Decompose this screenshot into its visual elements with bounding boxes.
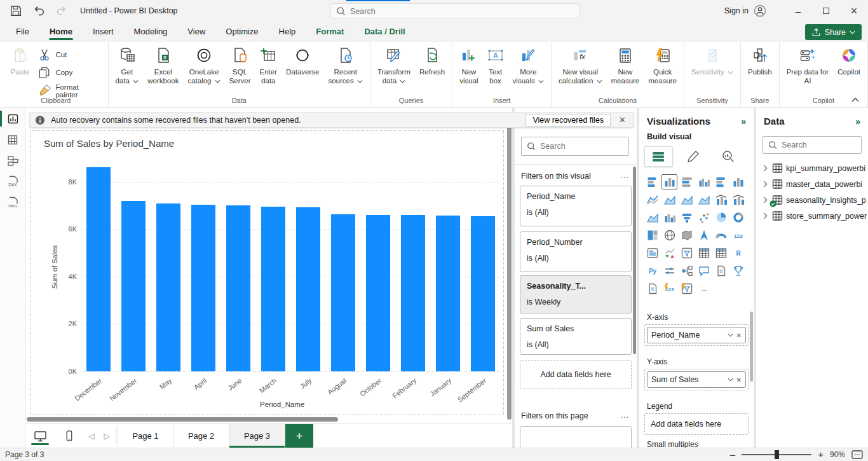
ribbon-text-box-button[interactable]: ATextbox <box>483 42 508 85</box>
filter-card-partial[interactable] <box>520 426 632 448</box>
share-button[interactable]: Share <box>805 24 862 40</box>
filter-card-period-number[interactable]: Period_Numberis (All) <box>520 231 632 272</box>
menu-item-optimize[interactable]: Optimize <box>222 22 261 42</box>
visual-type-funnel[interactable] <box>679 210 695 225</box>
visual-type-key-influencers[interactable] <box>661 263 677 279</box>
menu-item-help[interactable]: Help <box>276 22 299 42</box>
chart-bar-november[interactable] <box>121 201 146 371</box>
visual-type-scatter-chart[interactable] <box>696 210 712 225</box>
ribbon-excel-workbook-button[interactable]: XExcelworkbook <box>143 42 183 85</box>
visual-type-100-stacked-column-chart[interactable] <box>730 174 746 189</box>
expand-chevron-icon[interactable] <box>761 212 769 220</box>
search-input[interactable] <box>350 7 560 16</box>
ribbon-onelake-catalog-button[interactable]: OneLakecatalog <box>183 42 224 85</box>
maximize-button[interactable] <box>812 0 840 22</box>
visual-type-line-chart[interactable] <box>644 192 660 207</box>
next-page-button[interactable]: ▷ <box>99 424 114 448</box>
data-table-row-seasonality-insights-p-[interactable]: seasonality_insights_p... <box>760 192 867 208</box>
visual-type-slicer[interactable] <box>679 245 695 261</box>
ribbon-sql-server-button[interactable]: SQLServer <box>225 42 255 85</box>
ribbon-new-visual-button[interactable]: Newvisual <box>455 42 482 85</box>
visual-type-clustered-bar-chart[interactable] <box>679 174 695 189</box>
field-dropdown-icon[interactable] <box>728 378 733 382</box>
close-button[interactable]: × <box>840 0 868 22</box>
sidebar-item-report-view[interactable] <box>0 108 25 129</box>
visual-type-matrix[interactable] <box>713 245 729 261</box>
visual-type-stacked-column-chart[interactable] <box>661 174 677 189</box>
report-canvas[interactable]: Sum of Sales by Period_Name 0K2K4K6K8KDe… <box>25 108 512 423</box>
ribbon-paste-button[interactable]: Paste <box>6 42 34 76</box>
visual-type-area-chart[interactable] <box>661 192 677 207</box>
collapse-ribbon-button[interactable] <box>851 97 859 102</box>
visual-type-waterfall-chart[interactable] <box>661 210 677 225</box>
expand-chevron-icon[interactable] <box>761 164 769 172</box>
menu-item-data-drill[interactable]: Data / Drill <box>361 22 408 42</box>
menu-item-view[interactable]: View <box>184 22 208 42</box>
data-table-row-master-data-powerbi[interactable]: master_data_powerbi <box>760 176 867 192</box>
visual-type-card[interactable]: 123 <box>730 228 746 243</box>
visual-type-line-and-stacked-column-chart[interactable] <box>713 192 729 207</box>
ribbon-get-data-button[interactable]: Getdata <box>111 42 144 85</box>
visual-type-gauge[interactable] <box>713 228 729 243</box>
filters-more-options[interactable]: ... <box>620 170 629 180</box>
undo-button[interactable] <box>32 4 46 18</box>
x-axis-field-pill[interactable]: Period_Name ✕ <box>647 327 746 343</box>
visual-type-slicer-new[interactable] <box>679 281 695 296</box>
visual-type-more-visual-types[interactable]: … <box>696 281 712 296</box>
minimize-button[interactable]: – <box>784 0 812 22</box>
desktop-layout-button[interactable] <box>25 424 55 448</box>
expand-chevron-icon[interactable] <box>761 180 769 188</box>
zoom-in-button[interactable]: + <box>818 450 824 459</box>
filters-page-more-options[interactable]: ... <box>620 410 629 420</box>
previous-page-button[interactable]: ◁ <box>84 424 99 448</box>
ribbon-copy-button[interactable]: Copy <box>34 64 105 81</box>
page-tab-page-2[interactable]: Page 2 <box>173 424 229 448</box>
new-page-button[interactable]: + <box>285 424 313 448</box>
sidebar-item-model-view[interactable] <box>0 150 25 171</box>
zoom-slider[interactable] <box>742 454 811 455</box>
visual-type-100-stacked-bar-chart[interactable] <box>713 174 729 189</box>
bar-chart-visual[interactable]: Sum of Sales by Period_Name 0K2K4K6K8KDe… <box>31 130 504 415</box>
canvas-horizontal-scrollbar[interactable] <box>27 417 338 422</box>
visual-type-treemap[interactable] <box>644 228 660 243</box>
chart-bar-december[interactable] <box>86 167 111 371</box>
menu-item-modeling[interactable]: Modeling <box>131 22 171 42</box>
visual-type-smart-narrative[interactable] <box>713 263 729 279</box>
ribbon-quick-measure-button[interactable]: Quickmeasure <box>644 42 681 85</box>
visual-type-stacked-bar-chart[interactable] <box>644 174 660 189</box>
visual-type-100-stacked-area-chart[interactable] <box>696 192 712 207</box>
visual-type-q-and-a[interactable] <box>696 263 712 279</box>
remove-field-icon[interactable]: ✕ <box>736 376 742 383</box>
ribbon-refresh-button[interactable]: Refresh <box>415 42 449 76</box>
collapse-pane-icon[interactable]: » <box>741 116 746 127</box>
chart-bar-january[interactable] <box>436 216 460 371</box>
ribbon-transform-data-button[interactable]: Transformdata <box>373 42 415 85</box>
visual-type-paginated-report[interactable] <box>644 281 660 296</box>
menu-item-format[interactable]: Format <box>313 22 347 42</box>
sidebar-item-dax-query-view[interactable]: DAX <box>0 171 25 192</box>
filters-scrollbar[interactable] <box>633 167 636 354</box>
field-dropdown-icon[interactable] <box>728 333 733 337</box>
sign-in-button[interactable]: Sign in <box>724 4 766 17</box>
ribbon-copilot-button[interactable]: Copilot <box>833 42 865 76</box>
sidebar-item-tmdl-view[interactable]: TMDL <box>0 192 25 213</box>
zoom-slider-handle[interactable] <box>775 450 779 459</box>
chart-bar-july[interactable] <box>296 207 320 371</box>
visual-type-azure-maps[interactable] <box>696 228 712 243</box>
expand-chevron-icon[interactable] <box>761 196 769 204</box>
visual-type-filled-map[interactable] <box>679 228 695 243</box>
ribbon-enter-data-button[interactable]: Enterdata <box>255 42 282 85</box>
visual-type-clustered-column-chart[interactable] <box>696 174 712 189</box>
filters-add-field-dropzone[interactable]: Add data fields here <box>520 360 632 389</box>
ribbon-more-visuals-button[interactable]: Morevisuals <box>508 42 548 85</box>
chart-bar-may[interactable] <box>156 203 180 371</box>
global-search-box[interactable] <box>330 3 580 19</box>
visual-type-table[interactable] <box>696 245 712 261</box>
view-recovered-files-button[interactable]: View recovered files <box>526 114 611 127</box>
page-tab-page-3[interactable]: Page 3 <box>229 424 285 448</box>
mobile-layout-button[interactable] <box>55 424 84 448</box>
page-tab-page-1[interactable]: Page 1 <box>118 424 173 448</box>
filter-card-sum-of-sales[interactable]: Sum of Salesis (All) <box>520 318 632 355</box>
visual-type-map[interactable] <box>661 228 677 243</box>
analytics-tab[interactable] <box>714 146 742 167</box>
